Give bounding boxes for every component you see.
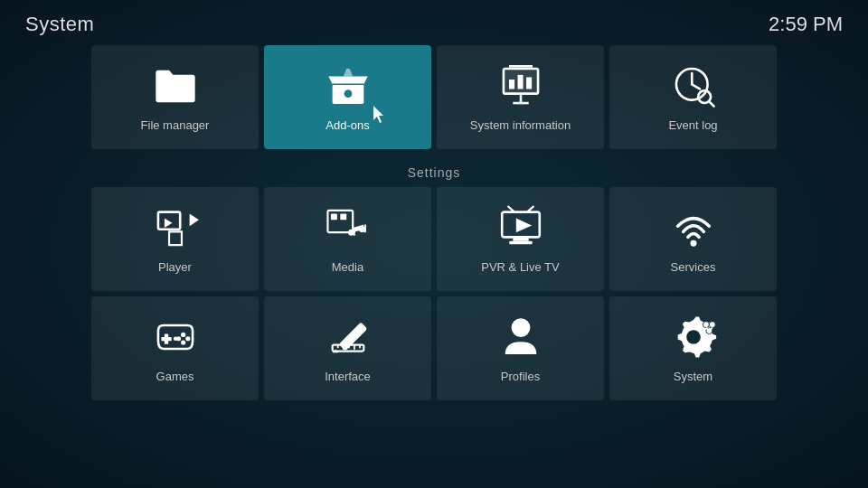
- tile-pvr-live-tv[interactable]: PVR & Live TV: [437, 187, 604, 291]
- svg-rect-35: [161, 337, 171, 341]
- svg-rect-5: [509, 80, 514, 89]
- page-title: System: [25, 13, 94, 36]
- tile-interface[interactable]: Interface: [264, 296, 431, 400]
- svg-point-24: [359, 226, 365, 232]
- svg-point-33: [690, 240, 696, 247]
- svg-rect-21: [330, 213, 336, 220]
- media-icon: [325, 204, 372, 251]
- info-chart-icon: [497, 62, 544, 109]
- box-icon: [325, 62, 372, 109]
- svg-point-36: [181, 333, 185, 337]
- tile-player-label: Player: [158, 260, 192, 274]
- person-icon: [497, 314, 544, 361]
- folder-icon: [152, 62, 199, 109]
- svg-point-50: [686, 330, 701, 344]
- svg-point-40: [173, 337, 176, 341]
- settings-row-2: Games Interface: [0, 296, 868, 400]
- svg-rect-31: [509, 241, 533, 244]
- svg-marker-17: [169, 231, 182, 245]
- svg-rect-6: [517, 75, 523, 89]
- svg-point-49: [511, 318, 530, 337]
- tile-games[interactable]: Games: [91, 296, 259, 400]
- tile-add-ons-label: Add-ons: [326, 118, 369, 132]
- tv-icon: [497, 204, 544, 251]
- tile-player[interactable]: Player: [91, 187, 259, 291]
- svg-line-15: [709, 101, 713, 106]
- gear-icon: [670, 314, 717, 361]
- tile-file-manager-label: File manager: [141, 118, 210, 132]
- svg-point-37: [185, 336, 190, 341]
- tile-games-label: Games: [156, 370, 194, 383]
- settings-title: Settings: [0, 158, 868, 187]
- svg-rect-30: [513, 237, 528, 240]
- tile-system-label: System: [674, 370, 712, 383]
- svg-point-23: [348, 230, 354, 236]
- settings-row-1: Player Media: [0, 187, 868, 291]
- wifi-icon: [670, 204, 717, 251]
- cursor-indicator: [373, 106, 388, 124]
- tile-event-log[interactable]: Event log: [609, 45, 777, 149]
- svg-marker-32: [515, 219, 531, 233]
- gamepad-icon: [152, 314, 199, 361]
- tile-event-log-label: Event log: [668, 118, 717, 132]
- tile-profiles[interactable]: Profiles: [437, 296, 604, 400]
- tile-profiles-label: Profiles: [501, 370, 540, 383]
- tile-interface-label: Interface: [325, 370, 371, 383]
- tile-system[interactable]: System: [609, 296, 777, 400]
- svg-line-13: [692, 84, 700, 89]
- svg-point-52: [709, 322, 715, 328]
- tile-file-manager[interactable]: File manager: [91, 45, 259, 149]
- svg-rect-16: [157, 212, 179, 230]
- svg-point-2: [344, 89, 352, 98]
- clock-search-icon: [670, 62, 717, 109]
- tile-add-ons[interactable]: Add-ons: [264, 45, 431, 149]
- tile-pvr-live-tv-label: PVR & Live TV: [481, 260, 559, 274]
- svg-marker-18: [189, 213, 198, 226]
- tile-services[interactable]: Services: [609, 187, 777, 291]
- clock: 2:59 PM: [769, 13, 843, 36]
- pencil-icon: [325, 314, 372, 361]
- header: System 2:59 PM: [0, 0, 868, 45]
- tile-media[interactable]: Media: [264, 187, 431, 291]
- tile-system-information[interactable]: System information: [437, 45, 604, 149]
- svg-rect-7: [526, 77, 532, 89]
- svg-marker-19: [164, 219, 172, 228]
- svg-point-39: [181, 340, 185, 344]
- svg-rect-22: [340, 213, 346, 220]
- tile-services-label: Services: [671, 260, 716, 274]
- play-icon: [152, 204, 199, 251]
- tile-media-label: Media: [332, 260, 363, 274]
- settings-section: Settings Player: [0, 158, 868, 400]
- svg-point-51: [703, 322, 709, 328]
- tile-system-information-label: System information: [470, 118, 571, 132]
- top-tiles-row: File manager Add-ons: [0, 45, 868, 149]
